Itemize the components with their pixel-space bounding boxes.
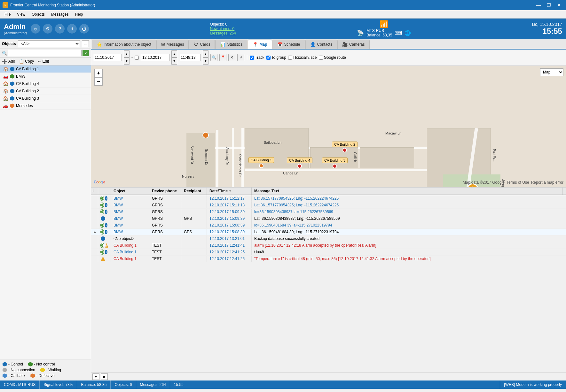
search-ok-button[interactable]: ✓ xyxy=(83,50,89,56)
to-group-check[interactable]: To group xyxy=(266,55,287,60)
tab-map[interactable]: 📍 Map xyxy=(248,40,272,49)
terms-of-use-link[interactable]: Terms of Use xyxy=(507,180,529,185)
sidebar-filter-select[interactable]: <All> xyxy=(18,40,80,47)
date-from-input[interactable] xyxy=(93,54,122,61)
road-academy xyxy=(232,128,234,187)
filter-button[interactable]: 🔍 xyxy=(210,54,217,61)
show-all-checkbox[interactable] xyxy=(288,56,292,60)
power-button[interactable]: ⏻ xyxy=(79,24,89,34)
zoom-in-button[interactable]: + xyxy=(94,69,103,77)
table-row-8[interactable]: ↑iCA Building 1TEST12.10.2017 12:41:25t1… xyxy=(91,249,566,256)
google-route-check[interactable]: Google route xyxy=(319,55,346,60)
date-to-down[interactable]: ▼ xyxy=(171,58,177,65)
tab-schedule[interactable]: 📅 Schedule xyxy=(272,40,305,49)
tab-cards[interactable]: 🛡 Cards xyxy=(189,40,215,49)
tab-cameras-label: Cameras xyxy=(349,42,365,47)
green-arrow-icon: ↑ xyxy=(101,230,104,234)
menu-view[interactable]: View xyxy=(14,11,28,18)
table-row-7[interactable]: ↑!CA Building 1TEST12.10.2017 12:41:41al… xyxy=(91,242,566,249)
table-row-3[interactable]: iBMWGPRSGPS12.10.2017 15:09:39Lat: 36.15… xyxy=(91,215,566,222)
th-recipient[interactable]: Recipient xyxy=(181,188,207,195)
tab-info[interactable]: ⭐ Information about the object xyxy=(92,40,156,49)
menu-objects[interactable]: Objects xyxy=(28,11,48,18)
object-item-5[interactable]: 🚗Mersedes xyxy=(0,102,91,110)
logout-button[interactable]: ⎋ xyxy=(31,24,40,34)
legend-row-1: - Control - Not control xyxy=(3,362,88,366)
date-from-up[interactable]: ▲ xyxy=(124,50,130,58)
scroll-to-bottom-button[interactable]: ▼ xyxy=(92,373,99,380)
map-pin-ca2[interactable]: CA Building 2 xyxy=(342,148,347,152)
nav-button[interactable]: ↗ xyxy=(237,54,244,61)
tab-contacts[interactable]: 👤 Contacts xyxy=(305,40,337,49)
date-from-down[interactable]: ▼ xyxy=(124,58,130,65)
show-all-check[interactable]: Показать все xyxy=(288,55,317,60)
edit-action[interactable]: ✏ Edit xyxy=(38,59,49,64)
table-row-5[interactable]: ▶↑iBMWGPRSGPS12.10.2017 15:08:39Lat: 36.… xyxy=(91,229,566,235)
google-route-checkbox[interactable] xyxy=(319,56,323,60)
menu-help[interactable]: Help xyxy=(72,11,86,18)
th-device-phone[interactable]: Device phone xyxy=(149,188,181,195)
search-input[interactable] xyxy=(8,50,82,56)
td-datetime-7: 12.10.2017 12:41:41 xyxy=(207,242,252,249)
menu-messages[interactable]: Messages xyxy=(48,11,72,18)
to-group-checkbox[interactable] xyxy=(266,56,271,60)
scroll-right-button[interactable]: ▶ xyxy=(101,373,108,380)
table-row-2[interactable]: ↑iBMWGPRS12.10.2017 15:09:39lo=36.159030… xyxy=(91,209,566,215)
map-copyright: Map data ©2017 Google Terms of Use Repor… xyxy=(463,180,563,185)
info-button[interactable]: ℹ xyxy=(67,24,77,34)
track-check[interactable]: Track xyxy=(250,55,264,60)
time-to-input[interactable] xyxy=(179,54,201,61)
legend-control: - Control xyxy=(3,362,23,366)
th-datetime[interactable]: Date/Time ▼ xyxy=(207,188,252,195)
table-row-1[interactable]: ↑iBMWGPRS12.10.2017 15:11:13Lat:36.15717… xyxy=(91,202,566,209)
help-button[interactable]: ? xyxy=(55,24,65,34)
report-error-link[interactable]: Report a map error xyxy=(531,180,563,185)
map-pin-ca3[interactable]: CA Building 3 xyxy=(333,164,337,168)
object-item-0[interactable]: 🏠CA Building 1 xyxy=(0,65,91,73)
map-pin-ca1[interactable]: CA Building 1 xyxy=(259,164,263,168)
object-item-2[interactable]: 🏠CA Building 4 xyxy=(0,80,91,88)
legend-defective-label: - Defective xyxy=(36,373,54,378)
location-button[interactable]: 📍 xyxy=(219,54,226,61)
td-object-4: BMW xyxy=(111,222,149,228)
add-action[interactable]: ➕ Add xyxy=(2,59,15,64)
close-button[interactable]: ✕ xyxy=(554,1,563,10)
table-row-4[interactable]: ↑iBMWGPRS12.10.2017 15:08:39lo=36.159048… xyxy=(91,222,566,229)
titlebar-title: Frontier Central Monitoring Station (Adm… xyxy=(10,3,95,7)
new-alarms-link[interactable]: New alarms: 0 xyxy=(210,27,235,31)
messages-link[interactable]: Messages: 264 xyxy=(210,31,236,35)
tab-info-icon: ⭐ xyxy=(97,42,102,47)
minimize-button[interactable]: — xyxy=(534,1,543,10)
th-message-text[interactable]: Message Text xyxy=(252,188,563,195)
time-to-down[interactable]: ▼ xyxy=(203,58,208,65)
legend: - Control - Not control - No connection … xyxy=(0,359,91,380)
settings-button[interactable]: ⚙ xyxy=(43,24,52,34)
table-row-9[interactable]: !CA Building 1TEST12.10.2017 12:41:25"Te… xyxy=(91,256,566,262)
time-to-up[interactable]: ▲ xyxy=(203,50,208,58)
zoom-out-button[interactable]: − xyxy=(94,77,103,86)
tab-cameras[interactable]: 🎥 Cameras xyxy=(337,40,370,49)
tab-cards-icon: 🛡 xyxy=(194,42,198,47)
tab-statistics[interactable]: 📊 Statistics xyxy=(215,40,247,49)
menu-file[interactable]: File xyxy=(1,11,14,18)
map-container[interactable]: 🍺 Sailboat Ln Canoe Ln Macaw Ln Nursery … xyxy=(91,66,566,187)
table-row-0[interactable]: ↑iBMWGPRS12.10.2017 15:12:17Lat:36.15717… xyxy=(91,195,566,202)
refresh-button[interactable]: ✕ xyxy=(228,54,235,61)
table-row-6[interactable]: i<No object>12.10.2017 13:21:01Backup da… xyxy=(91,235,566,242)
object-item-1[interactable]: 🚗BMW xyxy=(0,73,91,80)
sidebar-more-button[interactable]: ... xyxy=(82,40,89,47)
date-range-checkbox[interactable] xyxy=(135,56,139,60)
date-to-up[interactable]: ▲ xyxy=(171,50,177,58)
td-phone-2: GPRS xyxy=(149,209,181,215)
map-type-select[interactable]: Map Satellite Hybrid xyxy=(540,68,563,76)
map-pin-ca4[interactable]: CA Building 4 xyxy=(297,164,302,168)
track-checkbox[interactable] xyxy=(250,56,254,60)
date-to-input[interactable] xyxy=(141,54,169,61)
object-item-3[interactable]: 🏠CA Building 2 xyxy=(0,88,91,95)
copy-action[interactable]: 📋 Copy xyxy=(19,59,34,64)
object-item-4[interactable]: 🏠CA Building 3 xyxy=(0,95,91,102)
th-object[interactable]: Object xyxy=(111,188,149,195)
maximize-button[interactable]: ❐ xyxy=(544,1,553,10)
tab-messages[interactable]: ✉ Messages xyxy=(156,40,189,49)
shield-callback-icon xyxy=(3,373,7,378)
